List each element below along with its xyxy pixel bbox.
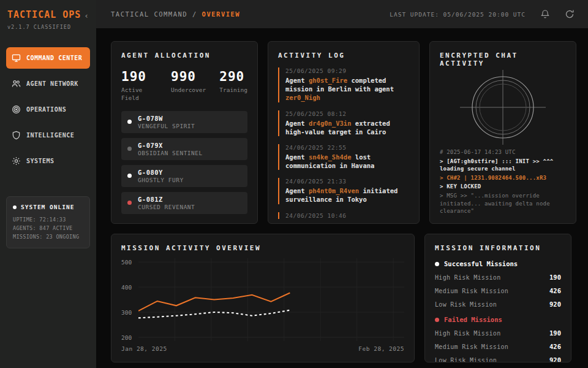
system-status-line: AGENTS: 847 ACTIVE [13,224,83,232]
agent-name: CURSED REVENANT [138,204,195,210]
system-status-lines: UPTIME: 72:14:33AGENTS: 847 ACTIVEMISSIO… [13,215,83,241]
sidebar-item-label: AGENT NETWORK [26,80,78,87]
log-entry: 24/06/2025 10:46 [278,212,409,219]
mission-row: Medium Risk Mission426 [435,287,561,294]
agent-name: VENGEFUL SPIRIT [138,123,195,129]
mission-row-value: 920 [549,356,561,362]
agent-code: G-079X [138,142,203,149]
mission-row: Low Risk Mission920 [435,301,561,308]
top-bar: TACTICAL COMMAND / OVERVIEW LAST UPDATE:… [96,0,588,29]
app-version: v2.1.7 CLASSIFIED [7,24,89,30]
sidebar-item-command-center[interactable]: COMMAND CENTER [6,47,90,69]
y-tick-label: 400 [121,284,132,291]
radar-icon [457,70,549,145]
sidebar: TACTICAL OPS ‹ v2.1.7 CLASSIFIED COMMAND… [0,0,96,368]
encrypted-chat-title: ENCRYPTED CHAT ACTIVITY [440,52,566,67]
agent-handle: zer0_Nigh [285,94,320,101]
system-status-box: SYSTEM ONLINE UPTIME: 72:14:33AGENTS: 84… [6,196,90,248]
agent-handle: sn4ke_Sh4de [309,153,352,161]
mission-info-title: MISSION INFORMATION [435,244,561,252]
terminal-line: > KEY LOCKED [440,183,566,191]
y-tick-label: 300 [121,309,132,315]
log-message: Agent ph4nt0m_R4ven initiated surveillan… [285,186,409,204]
agent-list-item[interactable]: G-078WVENGEFUL SPIRIT [121,111,247,133]
log-timestamp: 25/06/2025 08:12 [285,110,409,117]
sidebar-item-label: OPERATIONS [26,106,66,113]
chart-x-axis: Jan 28, 2025 Feb 28, 2025 [121,345,404,352]
mission-row-label: Medium Risk Mission [435,343,508,350]
allocation-stat: 190Active Field [121,69,157,102]
terminal-line: > CH#2 | 1231.9082464.500...xR3 [440,174,566,182]
section-label: Failed Missions [444,316,502,323]
sidebar-item-agent-network[interactable]: AGENT NETWORK [6,73,90,94]
mission-chart-card: MISSION ACTIVITY OVERVIEW 500400300200 J… [111,234,415,362]
dashboard-content: AGENT ALLOCATION 190Active Field990Under… [96,29,588,368]
log-message: Agent gh0st_Fire completed mission in Be… [285,76,409,102]
stat-label: Undercover [171,86,206,94]
mission-row: Low Risk Mission920 [435,356,561,362]
breadcrumb-root[interactable]: TACTICAL COMMAND / [111,10,202,18]
mission-row-value: 190 [549,329,561,337]
radar-graphic [440,70,566,145]
mission-section-header: Successful Missions [435,260,561,267]
log-message: Agent sn4ke_Sh4de lost communication in … [285,153,409,170]
log-timestamp: 25/06/2025 09:29 [285,67,409,74]
sidebar-item-intelligence[interactable]: INTELLIGENCE [6,125,90,146]
monitor-icon [12,53,21,63]
agent-code: G-078W [138,115,195,122]
sidebar-item-label: COMMAND CENTER [26,55,82,61]
online-dot [13,205,17,209]
sidebar-nav: COMMAND CENTERAGENT NETWORKOPERATIONSINT… [6,47,90,172]
breadcrumb[interactable]: TACTICAL COMMAND / OVERVIEW [111,10,240,18]
system-status-line: MISSIONS: 23 ONGOING [13,232,83,241]
mission-row-value: 426 [549,287,561,294]
gear-icon [12,156,21,166]
section-dot [435,318,439,322]
logo-row: TACTICAL OPS ‹ [6,9,90,20]
allocation-stat: 990Undercover [171,69,206,102]
mission-row: High Risk Mission190 [435,274,561,281]
log-entry: 25/06/2025 08:12Agent dr4g0n_V3in extrac… [278,110,409,136]
log-timestamp: 24/06/2025 22:55 [285,144,409,151]
sidebar-item-label: INTELLIGENCE [26,132,74,139]
mission-row: High Risk Mission190 [435,329,561,337]
bell-icon[interactable] [540,9,550,19]
mission-row-value: 190 [549,274,561,281]
mission-row-label: High Risk Mission [435,274,500,281]
mission-row-label: High Risk Mission [435,330,500,337]
main-area: TACTICAL COMMAND / OVERVIEW LAST UPDATE:… [96,0,588,368]
y-tick-label: 500 [121,259,132,266]
collapse-sidebar-icon[interactable]: ‹ [84,11,89,20]
system-status-title: SYSTEM ONLINE [13,204,83,210]
log-message: Agent dr4g0n_V3in extracted high-value t… [285,119,409,136]
stat-value: 190 [121,69,157,84]
agent-list-item[interactable]: G-080YGHOSTLY FURY [121,165,247,187]
mission-info-sections: Successful MissionsHigh Risk Mission190M… [435,260,561,362]
agent-allocation-stats: 190Active Field990Undercover290Training [121,69,247,102]
agent-list-item[interactable]: G-081ZCURSED REVENANT [121,192,247,214]
mission-row-value: 426 [549,343,561,350]
agent-handle: dr4g0n_V3in [309,120,352,127]
stat-value: 990 [171,69,206,84]
terminal-log: # 2025-06-17 14:23 UTC> [AGT:gh0stfire] … [440,148,566,215]
section-label: Successful Missions [444,260,518,267]
last-update-text: LAST UPDATE: 05/06/2025 20:00 UTC [390,11,526,18]
agent-allocation-title: AGENT ALLOCATION [121,52,247,59]
agent-list-item[interactable]: G-079XOBSIDIAN SENTINEL [121,138,247,160]
breadcrumb-current[interactable]: OVERVIEW [202,10,241,18]
agent-allocation-card: AGENT ALLOCATION 190Active Field990Under… [111,41,258,224]
agent-list: G-078WVENGEFUL SPIRITG-079XOBSIDIAN SENT… [121,111,247,214]
log-timestamp: 24/06/2025 10:46 [285,212,409,219]
sidebar-item-label: SYSTEMS [26,158,55,164]
log-entry: 24/06/2025 22:55Agent sn4ke_Sh4de lost c… [278,144,409,170]
chart-area: 500400300200 [121,258,404,341]
system-status-line: UPTIME: 72:14:33 [13,215,83,224]
activity-log-title: ACTIVITY LOG [278,52,409,59]
mission-row-label: Low Risk Mission [435,301,497,308]
refresh-icon[interactable] [565,9,575,19]
log-timestamp: 24/06/2025 21:33 [285,178,409,185]
sidebar-item-operations[interactable]: OPERATIONS [6,99,90,120]
stat-value: 290 [219,69,247,84]
agent-code: G-080Y [138,169,184,176]
sidebar-item-systems[interactable]: SYSTEMS [6,150,90,172]
